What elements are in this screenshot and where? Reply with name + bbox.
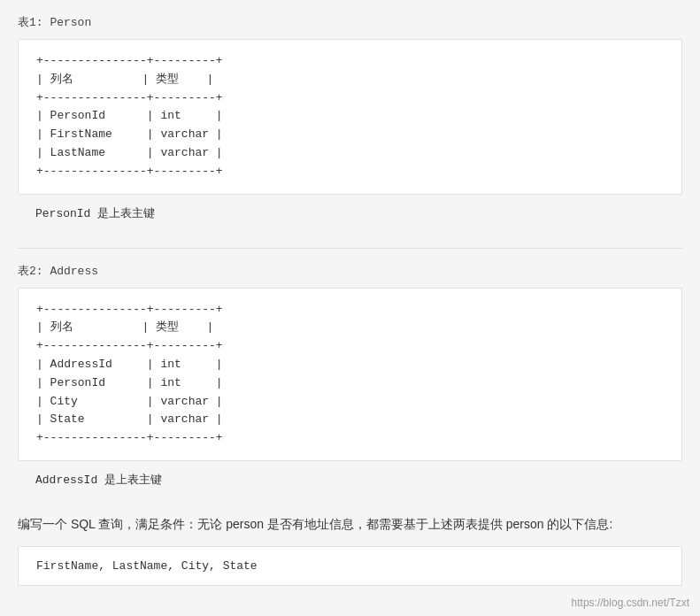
- table2-title: 表2: Address: [18, 263, 682, 279]
- table1-title: 表1: Person: [18, 14, 682, 30]
- query-fields-box: FirstName, LastName, City, State: [18, 546, 682, 586]
- query-description: 编写一个 SQL 查询，满足条件：无论 person 是否有地址信息，都需要基于…: [18, 514, 682, 534]
- table1-primary-key: PersonId 是上表主键: [18, 202, 682, 230]
- query-section: 编写一个 SQL 查询，满足条件：无论 person 是否有地址信息，都需要基于…: [18, 514, 682, 586]
- section-divider: [18, 248, 682, 249]
- query-fields: FirstName, LastName, City, State: [36, 559, 258, 573]
- table2-box: +---------------+---------+ | 列名 | 类型 | …: [18, 288, 682, 461]
- table1-section: 表1: Person +---------------+---------+ |…: [18, 14, 682, 230]
- table1-ascii: +---------------+---------+ | 列名 | 类型 | …: [36, 52, 664, 181]
- table1-box: +---------------+---------+ | 列名 | 类型 | …: [18, 39, 682, 195]
- table2-ascii: +---------------+---------+ | 列名 | 类型 | …: [36, 301, 664, 448]
- table2-section: 表2: Address +---------------+---------+ …: [18, 263, 682, 497]
- table2-primary-key: AddressId 是上表主键: [18, 468, 682, 497]
- footer-link[interactable]: https://blog.csdn.net/Tzxt: [572, 597, 689, 600]
